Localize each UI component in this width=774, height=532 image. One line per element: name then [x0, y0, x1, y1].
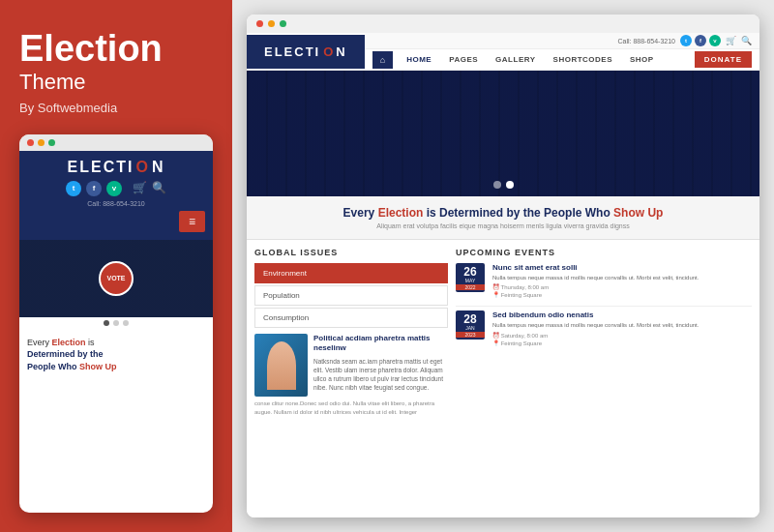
desktop-nav-links: ⌂ HOME PAGES GALLERY SHORTCODES SHOP DON…: [365, 49, 759, 70]
event-title-1: Nunc sit amet erat solli: [492, 263, 699, 272]
twitter-icon: t: [680, 35, 692, 46]
article-title: Political acdiam pharetra mattis neselin…: [313, 334, 448, 354]
person-figure: [267, 341, 296, 390]
twitter-icon: t: [66, 181, 81, 196]
desktop-social-icons: t f v: [680, 35, 721, 46]
event-item: 28 JAN 2023 Sed bibendum odio nenatis Nu…: [456, 310, 752, 345]
tagline-is: is: [427, 206, 436, 220]
event-year: 2023: [456, 332, 485, 338]
tagline-main: Every Election is Determined by the Peop…: [256, 206, 750, 220]
facebook-icon: f: [86, 181, 102, 196]
vine-icon: v: [106, 181, 122, 196]
event-month: MAY: [465, 278, 475, 283]
theme-title: Election: [19, 29, 213, 70]
event-content-1: Nunc sit amet erat solli Nulla tempus ne…: [492, 263, 699, 298]
desktop-top-info: Call: 888-654-3210 t f v 🛒 🔍: [365, 33, 759, 49]
carousel-dot-active: [506, 181, 514, 189]
desktop-call: Call: 888-654-3210: [617, 38, 675, 44]
tagline-determined: Determined by the: [27, 349, 104, 359]
issue-tab-environment[interactable]: Environment: [254, 263, 448, 283]
desktop-nav: ELECTION Call: 888-654-3210 t f v 🛒 🔍 ⌂ …: [247, 33, 759, 71]
article-image: [254, 334, 308, 397]
hero-carousel-dots: [493, 181, 514, 189]
event-title-2: Sed bibendum odio nenatis: [492, 310, 699, 319]
tagline-every: Every: [27, 338, 49, 347]
event-meta-2: ⏰ Saturday, 8:00 am 📍 Feinting Square: [492, 332, 699, 346]
desktop-mockup: ELECTION Call: 888-654-3210 t f v 🛒 🔍 ⌂ …: [247, 15, 759, 517]
theme-subtitle: Theme: [19, 70, 213, 95]
mobile-social-icons: t f v 🛒 🔍: [66, 181, 166, 196]
search-icon: 🔍: [741, 36, 752, 45]
desktop-top-bar: Call: 888-654-3210 t f v 🛒 🔍 ⌂ HOME PAGE…: [365, 33, 759, 70]
article-footer: conse clitur none.Donec sed odio dui. Nu…: [254, 399, 448, 417]
issue-tab-population[interactable]: Population: [254, 285, 448, 306]
event-content-2: Sed bibendum odio nenatis Nulla tempus n…: [492, 310, 699, 345]
nav-home[interactable]: HOME: [399, 49, 439, 70]
event-desc-2: Nulla tempus neque massa id mollis neque…: [492, 321, 699, 329]
article-card: Political acdiam pharetra mattis neselin…: [254, 334, 448, 397]
carousel-dot: [113, 320, 119, 326]
upcoming-events-title: UPCOMING EVENTS: [456, 248, 752, 257]
facebook-icon: f: [695, 35, 706, 46]
close-dot: [256, 20, 263, 27]
vote-badge: VOTE: [99, 261, 134, 296]
event-day: 28: [463, 313, 476, 325]
carousel-dot: [493, 181, 501, 189]
mobile-header: ELECTION t f v 🛒 🔍 Call: 888-654-3210 ≡: [19, 151, 213, 240]
search-icon: 🔍: [152, 181, 166, 196]
event-date-1: 26 MAY 2022: [456, 263, 485, 292]
event-day: 26: [463, 266, 476, 278]
mobile-carousel-dots: [19, 317, 213, 329]
upcoming-events-section: UPCOMING EVENTS 26 MAY 2022 Nunc sit ame…: [456, 248, 752, 510]
close-dot: [27, 139, 34, 146]
mobile-hero: VOTE: [19, 240, 213, 317]
tagline-every: Every: [343, 206, 375, 220]
vine-icon: v: [709, 35, 721, 46]
event-desc-1: Nulla tempus neque massa id mollis neque…: [492, 274, 699, 281]
nav-shop[interactable]: SHOP: [622, 49, 662, 70]
maximize-dot: [280, 20, 286, 27]
nav-pages[interactable]: PAGES: [441, 49, 486, 70]
tagline-election: Election: [378, 206, 424, 220]
desktop-window-controls: [247, 15, 759, 33]
event-divider: [456, 306, 752, 307]
tagline-determined: Determined by the People Who: [439, 206, 610, 220]
issue-tab-consumption[interactable]: Consumption: [254, 308, 448, 328]
global-issues-section: GLOBAL ISSUES Environment Population Con…: [254, 248, 448, 510]
article-content: Political acdiam pharetra mattis neselin…: [313, 334, 448, 397]
issue-tabs: Environment Population Consumption: [254, 263, 448, 328]
minimize-dot: [268, 20, 275, 27]
hero-background: [247, 71, 759, 196]
cart-icon: 🛒: [726, 36, 736, 45]
nav-gallery[interactable]: GALLERY: [488, 49, 543, 70]
left-panel: Election Theme By Softwebmedia ELECTION …: [0, 0, 232, 532]
event-date-2: 28 JAN 2023: [456, 310, 485, 340]
tagline-section: Every Election is Determined by the Peop…: [247, 196, 759, 240]
cart-icon: 🛒: [133, 181, 147, 196]
desktop-logo: ELECTION: [247, 35, 365, 69]
event-year: 2022: [456, 284, 485, 290]
home-icon-button[interactable]: ⌂: [372, 51, 393, 69]
mobile-window-controls: [19, 134, 213, 151]
event-month: JAN: [465, 325, 474, 331]
mobile-call: Call: 888-654-3210: [87, 200, 145, 207]
mobile-hamburger-button[interactable]: ≡: [179, 211, 205, 232]
carousel-dot: [123, 320, 129, 326]
event-item: 26 MAY 2022 Nunc sit amet erat solli Nul…: [456, 263, 752, 298]
mobile-logo: ELECTION: [68, 159, 165, 176]
desktop-hero: [247, 71, 759, 196]
minimize-dot: [38, 139, 45, 146]
tagline-sub: Aliquam erat volutpa facilis eique magna…: [256, 222, 750, 229]
right-panel: ELECTION Call: 888-654-3210 t f v 🛒 🔍 ⌂ …: [232, 0, 774, 532]
event-meta-1: ⏰ Thursday, 8:00 am 📍 Feinting Square: [492, 283, 699, 298]
mobile-tagline: Every Election is Determined by the Peop…: [19, 329, 213, 381]
content-area: GLOBAL ISSUES Environment Population Con…: [247, 240, 759, 517]
carousel-dot-active: [104, 320, 109, 326]
theme-author: By Softwebmedia: [19, 101, 213, 115]
tagline-show-up: Show Up: [613, 206, 663, 220]
mobile-mockup: ELECTION t f v 🛒 🔍 Call: 888-654-3210 ≡ …: [19, 134, 213, 513]
article-text: Natksnda seam ac.iam pharetra mattis ut …: [313, 357, 448, 392]
donate-button[interactable]: DONATE: [695, 51, 752, 68]
nav-shortcodes[interactable]: SHORTCODES: [546, 49, 620, 70]
global-issues-title: GLOBAL ISSUES: [254, 248, 448, 257]
